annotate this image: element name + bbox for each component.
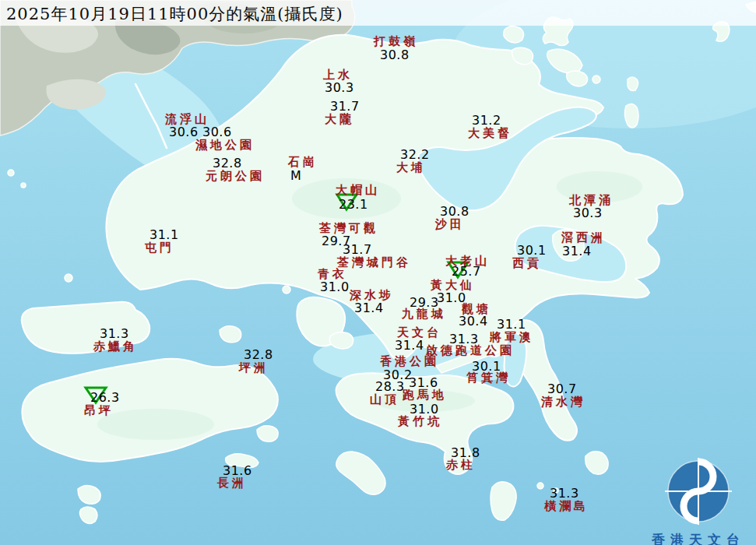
station-value: 31.0 xyxy=(320,281,350,294)
hko-logo-icon xyxy=(663,456,733,526)
station-value: 30.4 xyxy=(459,315,488,328)
station-name: 大帽山 xyxy=(336,184,380,197)
station-value: 25.7 xyxy=(452,265,481,278)
station-value: 28.3 xyxy=(375,381,405,393)
station-value: 31.1 xyxy=(149,229,179,241)
station-value: 31.4 xyxy=(354,302,384,315)
station-name: 昂坪 xyxy=(84,404,114,417)
station-name: 屯門 xyxy=(145,241,174,255)
station-value: 31.4 xyxy=(562,245,592,258)
station-name: 坪洲 xyxy=(239,361,269,374)
station-value: 30.1 xyxy=(517,244,547,257)
station-value: 26.3 xyxy=(90,392,120,404)
hko-logo: 香港天文台 HONG KONG OBSERVATORY xyxy=(628,456,756,545)
station-value: 30.6 xyxy=(202,126,232,139)
station-name: 沙田 xyxy=(435,218,465,231)
station-name: 西貢 xyxy=(512,257,542,270)
station-value: 31.0 xyxy=(410,403,439,416)
station-name: 山頂 xyxy=(370,393,399,406)
station-name: 元朗公園 xyxy=(206,170,265,183)
temperature-map-screen: 打鼓嶺30.8上水30.3大隴31.7流浮山30.6濕地公園30.6元朗公園32… xyxy=(0,0,756,545)
station-name: 赤柱 xyxy=(446,459,476,472)
station-value: 30.3 xyxy=(325,82,354,94)
station-value: 32.8 xyxy=(213,157,242,170)
station-value: 32.8 xyxy=(244,349,273,361)
station-value: 31.7 xyxy=(343,244,372,256)
station-name: 石崗 xyxy=(288,156,318,169)
station-name: 香港公園 xyxy=(380,355,439,368)
title-bar: 2025年10月19日11時00分的氣溫(攝氏度) xyxy=(0,0,756,26)
page-title: 2025年10月19日11時00分的氣溫(攝氏度) xyxy=(6,3,343,25)
station-value: M xyxy=(290,170,301,182)
station-name: 大埔 xyxy=(396,161,426,174)
station-value: 31.3 xyxy=(449,333,479,346)
station-value: 31.6 xyxy=(409,377,438,389)
station-value: 31.4 xyxy=(395,339,424,352)
station-name: 長洲 xyxy=(217,476,247,490)
station-name: 清水灣 xyxy=(541,396,585,409)
station-value: 31.1 xyxy=(497,318,526,331)
station-name: 滘西洲 xyxy=(561,231,606,244)
station-value: 31.7 xyxy=(330,100,360,113)
station-value: 30.6 xyxy=(169,126,199,139)
station-value: 23.1 xyxy=(339,199,368,211)
station-name: 跑馬地 xyxy=(403,389,447,402)
station-value: 30.7 xyxy=(547,383,577,396)
station-value: 30.3 xyxy=(573,207,603,220)
station-name: 大美督 xyxy=(468,127,512,140)
station-name: 荃灣城門谷 xyxy=(337,256,411,269)
station-value: 30.8 xyxy=(380,49,410,62)
station-name: 大隴 xyxy=(325,113,354,126)
station-value: 31.3 xyxy=(100,328,129,340)
station-value: 31.3 xyxy=(550,487,579,500)
station-value: 32.2 xyxy=(400,149,430,161)
station-name: 打鼓嶺 xyxy=(374,35,418,48)
station-name: 黃竹坑 xyxy=(398,415,442,428)
station-name: 橫瀾島 xyxy=(544,500,589,513)
station-value: 31.6 xyxy=(223,465,252,477)
station-value: 31.2 xyxy=(472,114,501,127)
station-value: 31.8 xyxy=(451,447,480,459)
station-value: 29.3 xyxy=(410,297,439,309)
hko-logo-name-zh: 香港天文台 xyxy=(628,531,756,545)
station-name: 將軍澳 xyxy=(490,331,534,344)
station-value: 30.1 xyxy=(472,360,501,373)
station-name: 赤鱲角 xyxy=(93,340,138,353)
station-value: 30.8 xyxy=(440,206,469,218)
station-name: 濕地公園 xyxy=(195,139,255,152)
